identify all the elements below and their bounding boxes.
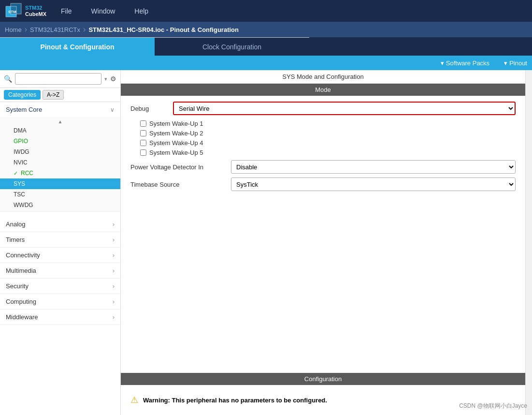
tab-clock-config[interactable]: Clock Configuration [155, 37, 309, 56]
tsc-label: TSC [14, 191, 25, 198]
category-label-analog: Analog [6, 221, 25, 228]
system-core-items: ▲ DMA GPIO IWDG NVIC ✓ RCC SYS [0, 117, 120, 211]
chevron-timers: › [113, 237, 115, 243]
checkbox-wakeup2: System Wake-Up 2 [140, 130, 516, 137]
filter-categories-btn[interactable]: Categories [4, 90, 41, 100]
secondary-toolbar: ▾ Software Packs ▾ Pinout [0, 56, 532, 70]
chevron-system-core: ∨ [110, 106, 115, 113]
tab-pinout-config[interactable]: Pinout & Configuration [0, 37, 155, 56]
warning-text: Warning: This peripheral has no paramete… [143, 397, 327, 404]
logo-icon: STM [5, 2, 22, 20]
sidebar-item-wwdg[interactable]: WWDG [0, 200, 120, 210]
rcc-check: ✓ [14, 170, 18, 177]
checkbox-input-wakeup2[interactable] [140, 130, 146, 136]
logo-area: STM STM32 CubeMX [5, 2, 46, 20]
logo-text-cubemx: CubeMX [25, 11, 46, 17]
debug-label: Debug [130, 105, 169, 112]
debug-select[interactable]: Serial Wire No Debug Trace Asynchronous … [173, 102, 516, 115]
nvic-label: NVIC [14, 159, 28, 166]
mode-section-header: Mode [121, 84, 525, 96]
checkbox-label-wakeup5: System Wake-Up 5 [149, 149, 203, 156]
category-header-analog[interactable]: Analog › [0, 217, 120, 232]
sidebar-search-row: 🔍 ▾ ⚙ [0, 70, 120, 88]
sidebar-item-sys[interactable]: SYS [0, 178, 120, 189]
svg-text:STM: STM [8, 10, 16, 14]
search-input[interactable] [15, 73, 101, 85]
checkbox-label-wakeup2: System Wake-Up 2 [149, 130, 203, 137]
pvd-row: Power Voltage Detector In Disable Enable [130, 160, 516, 174]
chevron-analog: › [113, 221, 115, 228]
category-label-computing: Computing [6, 298, 36, 305]
chevron-connectivity: › [113, 252, 115, 259]
breadcrumb-file[interactable]: STM32L431_HC-SR04.ioc - Pinout & Configu… [88, 26, 239, 33]
category-header-system-core[interactable]: System Core ∨ [0, 102, 120, 117]
dropdown-arrow[interactable]: ▾ [104, 76, 107, 82]
filter-az-btn[interactable]: A->Z [43, 90, 64, 100]
content-spacer [121, 201, 525, 368]
checkbox-input-wakeup5[interactable] [140, 149, 146, 156]
software-packs-btn[interactable]: ▾ Software Packs [441, 59, 489, 67]
menu-help[interactable]: Help [134, 7, 148, 15]
top-bar: STM STM32 CubeMX File Window Help [0, 0, 532, 22]
sidebar-item-nvic[interactable]: NVIC [0, 157, 120, 168]
config-content: ⚠ Warning: This peripheral has no parame… [121, 385, 525, 415]
gpio-label: GPIO [14, 138, 28, 145]
sys-label: SYS [14, 180, 25, 187]
category-header-multimedia[interactable]: Multimedia › [0, 263, 120, 278]
scroll-up-arrow[interactable]: ▲ [0, 118, 120, 125]
watermark: CSDN @物联网小白Jayce [459, 402, 527, 410]
sidebar-item-tsc[interactable]: TSC [0, 189, 120, 200]
timebase-select[interactable]: SysTick TIM1 TIM2 [231, 178, 516, 191]
category-label-multimedia: Multimedia [6, 267, 36, 274]
sidebar-item-iwdg[interactable]: IWDG [0, 147, 120, 157]
sidebar-item-rcc[interactable]: ✓ RCC [0, 168, 120, 178]
search-icon[interactable]: 🔍 [4, 75, 12, 83]
category-header-timers[interactable]: Timers › [0, 232, 120, 247]
category-label-timers: Timers [6, 236, 25, 243]
category-header-security[interactable]: Security › [0, 279, 120, 294]
content-title: SYS Mode and Configuration [121, 70, 525, 84]
pinout-btn[interactable]: ▾ Pinout [504, 59, 527, 67]
category-group-security: Security › [0, 279, 120, 294]
breadcrumb-sep-2: › [83, 25, 86, 34]
right-scroll[interactable] [525, 70, 532, 415]
chevron-security: › [113, 283, 115, 290]
checkbox-wakeup1: System Wake-Up 1 [140, 120, 516, 127]
chevron-computing: › [113, 298, 115, 305]
category-label-connectivity: Connectivity [6, 252, 40, 259]
sidebar: 🔍 ▾ ⚙ Categories A->Z System Core ∨ ▲ DM… [0, 70, 121, 415]
menu-window[interactable]: Window [91, 7, 115, 15]
warning-icon: ⚠ [130, 395, 138, 405]
checkbox-label-wakeup1: System Wake-Up 1 [149, 120, 203, 127]
sidebar-filter-row: Categories A->Z [0, 88, 120, 102]
category-label-security: Security [6, 282, 29, 290]
sidebar-item-gpio[interactable]: GPIO [0, 136, 120, 147]
breadcrumb-home[interactable]: Home [5, 26, 22, 33]
gear-icon[interactable]: ⚙ [110, 75, 116, 83]
category-label-system-core: System Core [6, 106, 42, 113]
checkbox-input-wakeup4[interactable] [140, 140, 146, 146]
sidebar-item-dma[interactable]: DMA [0, 125, 120, 136]
wwdg-label: WWDG [14, 202, 33, 208]
pvd-select[interactable]: Disable Enable [231, 160, 516, 174]
logo-text-stm32: STM32 [25, 5, 46, 11]
checkbox-input-wakeup1[interactable] [140, 120, 146, 127]
chevron-down-icon: ▾ [441, 59, 444, 67]
checkbox-label-wakeup4: System Wake-Up 4 [149, 139, 203, 147]
category-header-computing[interactable]: Computing › [0, 294, 120, 309]
mode-content: Debug Serial Wire No Debug Trace Asynchr… [121, 96, 525, 201]
breadcrumb-device[interactable]: STM32L431RCTx [30, 26, 80, 33]
category-group-system-core: System Core ∨ ▲ DMA GPIO IWDG NVIC ✓ [0, 102, 120, 212]
category-group-analog: Analog › [0, 217, 120, 232]
breadcrumb-sep-1: › [25, 25, 27, 34]
content-area: SYS Mode and Configuration Mode Debug Se… [121, 70, 525, 415]
timebase-label: Timebase Source [130, 181, 227, 188]
dma-label: DMA [14, 127, 27, 134]
debug-row: Debug Serial Wire No Debug Trace Asynchr… [130, 102, 516, 115]
category-header-middleware[interactable]: Middleware › [0, 310, 120, 325]
category-header-connectivity[interactable]: Connectivity › [0, 248, 120, 263]
top-menu: File Window Help [61, 7, 148, 15]
rcc-label: RCC [21, 170, 33, 177]
menu-file[interactable]: File [61, 7, 72, 15]
breadcrumb-bar: Home › STM32L431RCTx › STM32L431_HC-SR04… [0, 22, 532, 37]
